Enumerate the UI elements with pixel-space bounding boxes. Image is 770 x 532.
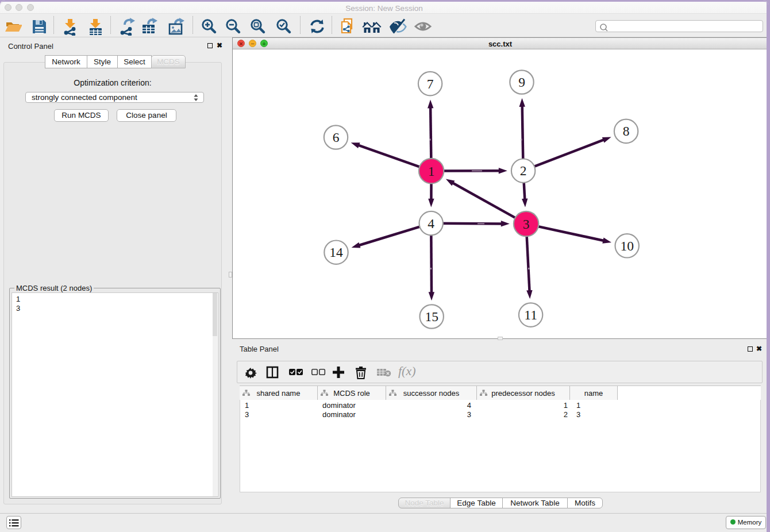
svg-text:3: 3 [523, 217, 530, 232]
svg-text:1: 1 [428, 164, 435, 179]
svg-text:10: 10 [620, 238, 634, 253]
svg-text:15: 15 [425, 309, 438, 324]
svg-text:11: 11 [524, 307, 537, 322]
svg-text:14: 14 [329, 245, 343, 260]
svg-text:9: 9 [518, 75, 525, 90]
svg-text:2: 2 [520, 163, 527, 178]
svg-text:4: 4 [428, 216, 434, 231]
svg-text:7: 7 [427, 76, 434, 91]
svg-text:8: 8 [623, 124, 630, 138]
svg-text:6: 6 [333, 130, 340, 145]
